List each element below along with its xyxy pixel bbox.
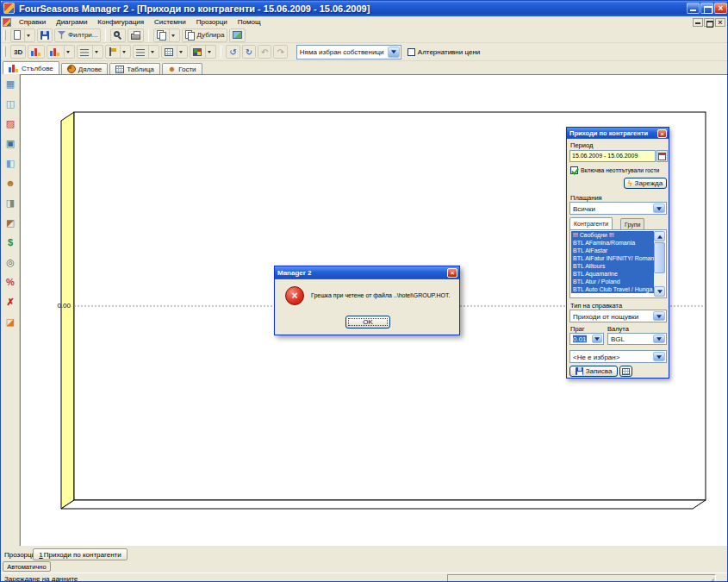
app-icon[interactable] — [3, 3, 15, 14]
automatic-button[interactable]: Автоматично — [3, 561, 51, 572]
load-button[interactable]: ϟ Зарежда — [624, 178, 667, 189]
list-item[interactable]: BTL Aquamarine — [571, 270, 654, 278]
chevron-down-icon[interactable] — [388, 47, 400, 58]
chevron-down-icon[interactable] — [653, 352, 665, 361]
sidebar-guests-icon[interactable]: ☻ — [3, 176, 17, 190]
list-item[interactable]: BTL AFamina/Romania — [571, 239, 654, 247]
sidebar-form-icon[interactable]: ◫ — [3, 97, 17, 110]
panel-close-button[interactable]: × — [657, 129, 667, 138]
chevron-down-icon[interactable] — [148, 46, 156, 58]
chevron-down-icon[interactable] — [64, 46, 72, 58]
list-item[interactable]: BTL Atur / Poland — [571, 278, 654, 285]
scroll-down-button[interactable] — [654, 286, 665, 297]
menu-prozorci[interactable]: Прозорци — [191, 17, 233, 27]
chevron-down-icon[interactable] — [169, 29, 177, 41]
list-item[interactable]: !!! Свободни !!! — [571, 231, 654, 239]
menu-pomosht[interactable]: Помощ — [233, 17, 266, 27]
ok-button[interactable]: OK — [345, 316, 390, 329]
gridlines-button[interactable] — [133, 45, 159, 59]
close-button[interactable]: × — [714, 3, 727, 14]
report-type-select[interactable]: Приходи от нощувки — [569, 310, 667, 322]
axes-button[interactable] — [161, 45, 188, 59]
sidebar-currency-icon[interactable]: $ — [3, 235, 17, 249]
include-guests-checkbox[interactable] — [570, 166, 578, 174]
alt-prices-checkbox[interactable] — [408, 48, 415, 56]
browse-button[interactable] — [619, 366, 632, 377]
legend-button[interactable] — [77, 45, 103, 59]
dialog-close-button[interactable]: × — [447, 268, 457, 278]
tab-table[interactable]: Таблица — [109, 63, 159, 74]
toolbar-grip[interactable] — [3, 47, 6, 57]
scrollbar[interactable] — [654, 231, 665, 297]
chevron-down-icon[interactable] — [653, 335, 665, 343]
3d-toggle-button[interactable]: 3D — [10, 45, 26, 59]
period-input[interactable]: 15.06.2009 - 15.06.2009 — [569, 150, 656, 162]
list-item[interactable]: BTL Alltours — [571, 262, 654, 270]
sidebar-printer-icon[interactable]: ◨ — [3, 196, 17, 210]
mdi-restore-button[interactable] — [704, 18, 714, 27]
tab-shares[interactable]: Дялове — [61, 63, 109, 74]
rotate-left-button[interactable]: ↺ — [226, 45, 240, 59]
sidebar-chart-icon[interactable]: ▨ — [3, 116, 17, 130]
series-button[interactable] — [47, 45, 75, 59]
resize-grip-icon[interactable]: ◢ — [708, 576, 714, 582]
sidebar-window-icon[interactable]: ◧ — [3, 156, 17, 170]
panel-titlebar[interactable]: Приходи по контрагенти × — [567, 128, 669, 139]
undo-view-button[interactable]: ↶ — [258, 45, 271, 59]
chevron-down-icon[interactable] — [653, 203, 665, 213]
menu-spravki[interactable]: Справки — [14, 17, 51, 27]
currency-select[interactable]: BGL — [607, 333, 667, 345]
maximize-button[interactable] — [700, 3, 713, 14]
chevron-down-icon[interactable] — [653, 311, 665, 321]
tab-contractors[interactable]: Контрагенти — [569, 217, 613, 229]
sidebar-discount-icon[interactable]: % — [3, 275, 17, 289]
menu-konfiguracia[interactable]: Конфигурация — [92, 17, 149, 27]
threshold-input[interactable]: 0.01 — [569, 333, 604, 345]
owner-select[interactable]: Няма избран собственици — [296, 45, 401, 59]
chevron-down-icon[interactable] — [177, 46, 184, 58]
copy-button[interactable] — [153, 28, 180, 42]
mdi-close-button[interactable]: × — [715, 18, 725, 27]
preview-button[interactable] — [110, 28, 126, 42]
toolbar-grip[interactable] — [3, 30, 6, 41]
list-item[interactable]: BTL Auto Club Travel / Hunga — [571, 285, 654, 293]
hotel-select[interactable]: <Не е избран> — [569, 350, 667, 363]
sidebar-archive-icon[interactable]: ◩ — [3, 216, 17, 229]
mdi-minimize-button[interactable] — [693, 18, 703, 27]
marks-button[interactable] — [105, 45, 131, 59]
colors-button[interactable] — [190, 45, 216, 59]
duplicate-button[interactable]: Дублира — [182, 28, 227, 42]
dialog-titlebar[interactable]: Manager 2 × — [275, 266, 459, 279]
sidebar-view-icon[interactable]: ◎ — [3, 255, 17, 269]
image-button[interactable] — [229, 28, 246, 42]
minimize-button[interactable] — [687, 3, 700, 14]
tab-columns[interactable]: Стълбове — [3, 61, 59, 74]
sidebar-chart2-icon[interactable]: ◪ — [3, 315, 17, 329]
save-button[interactable] — [37, 28, 53, 42]
save-report-button[interactable]: Записва — [569, 366, 618, 377]
menu-diagrami[interactable]: Диаграми — [51, 17, 92, 27]
sidebar-delete-icon[interactable]: ✗ — [3, 295, 17, 309]
scroll-thumb[interactable] — [654, 242, 665, 273]
chevron-down-icon[interactable] — [120, 46, 128, 58]
payments-select[interactable]: Всички — [569, 202, 667, 215]
filters-button[interactable]: Филтри... — [54, 28, 101, 42]
window-tab[interactable]: 1 Приходи по контрагенти — [33, 548, 128, 560]
rotate-right-button[interactable]: ↻ — [242, 45, 256, 59]
list-item[interactable]: BTL AlFatur INFINITY/ Romani — [571, 254, 654, 262]
print-button[interactable] — [128, 28, 144, 42]
list-item[interactable]: BTL AlFastar — [571, 247, 654, 254]
sidebar-table-icon[interactable]: ▦ — [3, 77, 17, 91]
redo-view-button[interactable]: ↷ — [273, 45, 287, 59]
tab-guests[interactable]: ☻ Гости — [162, 63, 202, 74]
scroll-up-button[interactable] — [654, 231, 665, 241]
menu-sistemni[interactable]: Системни — [149, 17, 191, 27]
chevron-down-icon[interactable] — [592, 335, 602, 343]
new-report-button[interactable] — [10, 28, 35, 42]
sidebar-monitor-icon[interactable]: ▣ — [3, 136, 17, 150]
chevron-down-icon[interactable] — [92, 46, 100, 58]
calendar-button[interactable] — [656, 150, 668, 162]
chevron-down-icon[interactable] — [205, 46, 213, 58]
chart-settings-button[interactable] — [28, 45, 45, 59]
mdi-child-icon[interactable] — [3, 18, 11, 27]
